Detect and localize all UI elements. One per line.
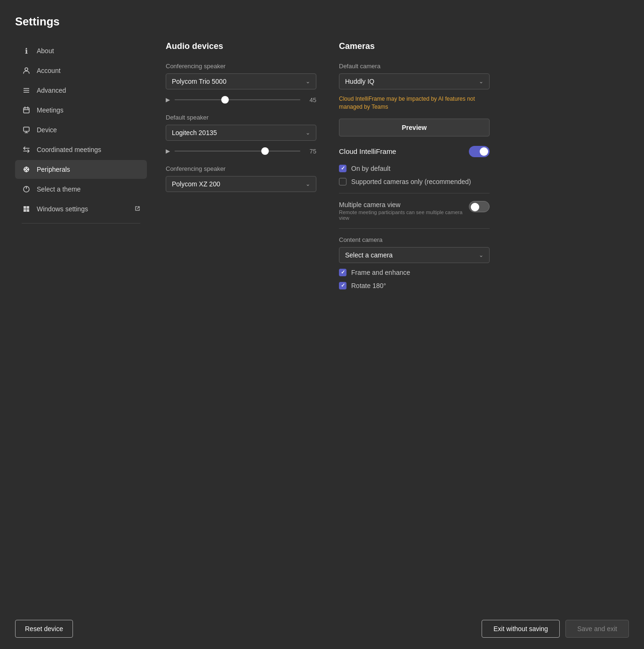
volume-slider-1-row: ▶ 45 bbox=[166, 95, 316, 104]
volume-slider-2-row: ▶ 75 bbox=[166, 146, 316, 156]
svg-rect-19 bbox=[27, 206, 30, 209]
slider-thumb-1[interactable] bbox=[221, 96, 229, 104]
dropdown-arrow-5: ⌄ bbox=[479, 252, 483, 258]
audio-section: Audio devices Conferencing speaker Polyc… bbox=[166, 41, 316, 452]
account-icon bbox=[22, 66, 31, 75]
default-speaker-label: Default speaker bbox=[166, 114, 316, 121]
dropdown-arrow-1: ⌄ bbox=[306, 78, 310, 85]
conferencing-speaker-label: Conferencing speaker bbox=[166, 63, 316, 70]
sidebar-item-coordinated[interactable]: Coordinated meetings bbox=[15, 140, 147, 159]
microphone-label: Conferencing speaker bbox=[166, 165, 316, 172]
app-container: Settings ℹ About Account Advanced bbox=[0, 0, 644, 609]
sidebar: ℹ About Account Advanced Meetings bbox=[15, 41, 147, 452]
slider-track-1 bbox=[175, 99, 300, 100]
slider-track-2 bbox=[175, 151, 300, 152]
select-camera-placeholder: Select a camera bbox=[345, 251, 393, 259]
cameras-section-title: Cameras bbox=[339, 41, 490, 51]
external-link-icon bbox=[135, 206, 140, 213]
frame-enhance-row: ✓ Frame and enhance bbox=[339, 269, 490, 276]
check-icon-3: ✓ bbox=[341, 282, 345, 288]
check-icon-2: ✓ bbox=[341, 269, 345, 275]
volume-value-2: 75 bbox=[305, 148, 316, 155]
content-camera-dropdown[interactable]: Select a camera ⌄ bbox=[339, 247, 490, 263]
page-title: Settings bbox=[15, 15, 629, 28]
slider-thumb-2[interactable] bbox=[261, 147, 269, 155]
dropdown-arrow-2: ⌄ bbox=[306, 129, 310, 136]
intelliframe-toggle-thumb bbox=[480, 147, 488, 156]
microphone-dropdown[interactable]: Polycom XZ 200 ⌄ bbox=[166, 176, 316, 192]
default-speaker-dropdown[interactable]: Logitech 20135 ⌄ bbox=[166, 125, 316, 141]
sidebar-item-theme[interactable]: Select a theme bbox=[15, 180, 147, 199]
multiple-camera-text: Multiple camera view Remote meeting part… bbox=[339, 201, 463, 221]
volume-slider-1[interactable] bbox=[175, 95, 300, 104]
sidebar-item-windows-label: Windows settings bbox=[37, 205, 88, 213]
on-by-default-row: ✓ On by default bbox=[339, 165, 490, 172]
sidebar-item-advanced[interactable]: Advanced bbox=[15, 81, 147, 100]
camera-section: Cameras Default camera Huddly IQ ⌄ Cloud… bbox=[339, 41, 490, 452]
sidebar-item-about[interactable]: ℹ About bbox=[15, 41, 147, 60]
rotate-label: Rotate 180° bbox=[351, 282, 386, 289]
sidebar-divider bbox=[22, 223, 140, 224]
intelliframe-toggle[interactable] bbox=[469, 146, 490, 157]
svg-point-12 bbox=[25, 168, 27, 170]
exit-without-saving-button[interactable]: Exit without saving bbox=[482, 620, 560, 638]
multiple-camera-toggle[interactable] bbox=[469, 201, 490, 212]
frame-enhance-checkbox[interactable]: ✓ bbox=[339, 269, 346, 276]
default-camera-dropdown[interactable]: Huddly IQ ⌄ bbox=[339, 73, 490, 89]
intelliframe-label: Cloud IntelliFrame bbox=[339, 147, 396, 155]
multiple-camera-subtitle: Remote meeting participants can see mult… bbox=[339, 209, 463, 221]
dropdown-arrow-4: ⌄ bbox=[479, 78, 483, 85]
sidebar-item-peripherals[interactable]: Peripherals bbox=[15, 160, 147, 179]
frame-enhance-label: Frame and enhance bbox=[351, 269, 410, 276]
coordinated-icon bbox=[22, 145, 31, 154]
windows-icon bbox=[22, 204, 31, 214]
sidebar-item-device[interactable]: Device bbox=[15, 120, 147, 139]
sidebar-item-advanced-label: Advanced bbox=[37, 87, 66, 94]
volume-slider-2[interactable] bbox=[175, 146, 300, 156]
sidebar-item-meetings[interactable]: Meetings bbox=[15, 101, 147, 120]
device-icon bbox=[22, 125, 31, 135]
volume-value-1: 45 bbox=[305, 96, 316, 104]
sidebar-item-meetings-label: Meetings bbox=[37, 106, 64, 114]
conferencing-speaker-value: Polycom Trio 5000 bbox=[172, 78, 226, 85]
rotate-row: ✓ Rotate 180° bbox=[339, 282, 490, 289]
supported-cameras-label: Supported cameras only (recommended) bbox=[351, 178, 471, 185]
on-by-default-label: On by default bbox=[351, 165, 390, 172]
intelliframe-warning: Cloud IntelliFrame may be impacted by AI… bbox=[339, 95, 490, 111]
sidebar-item-windows[interactable]: Windows settings bbox=[15, 200, 147, 218]
svg-rect-8 bbox=[24, 127, 29, 131]
supported-cameras-row: Supported cameras only (recommended) bbox=[339, 178, 490, 185]
peripherals-icon bbox=[22, 165, 31, 174]
conferencing-speaker-dropdown[interactable]: Polycom Trio 5000 ⌄ bbox=[166, 73, 316, 89]
content-camera-label: Content camera bbox=[339, 236, 490, 243]
slider-fill-2 bbox=[175, 151, 265, 152]
audio-section-title: Audio devices bbox=[166, 41, 316, 51]
microphone-value: Polycom XZ 200 bbox=[172, 180, 220, 188]
theme-icon bbox=[22, 184, 31, 194]
main-content: ℹ About Account Advanced Meetings bbox=[15, 41, 629, 452]
check-icon-1: ✓ bbox=[341, 165, 345, 171]
play-icon-2[interactable]: ▶ bbox=[166, 148, 170, 154]
advanced-icon bbox=[22, 86, 31, 95]
multiple-camera-toggle-thumb bbox=[471, 203, 479, 211]
slider-fill-1 bbox=[175, 99, 225, 100]
supported-cameras-checkbox[interactable] bbox=[339, 178, 346, 185]
default-camera-label: Default camera bbox=[339, 63, 490, 70]
play-icon-1[interactable]: ▶ bbox=[166, 96, 170, 103]
preview-button[interactable]: Preview bbox=[339, 119, 490, 136]
info-icon: ℹ bbox=[22, 46, 31, 56]
svg-point-0 bbox=[25, 68, 28, 71]
content-area: Audio devices Conferencing speaker Polyc… bbox=[147, 41, 629, 452]
sidebar-item-account[interactable]: Account bbox=[15, 61, 147, 80]
save-and-exit-button[interactable]: Save and exit bbox=[565, 620, 629, 638]
on-by-default-checkbox[interactable]: ✓ bbox=[339, 165, 346, 172]
default-speaker-value: Logitech 20135 bbox=[172, 129, 217, 136]
reset-device-button[interactable]: Reset device bbox=[15, 620, 73, 638]
multiple-camera-row: Multiple camera view Remote meeting part… bbox=[339, 201, 490, 221]
svg-rect-18 bbox=[24, 206, 26, 209]
sidebar-item-about-label: About bbox=[37, 47, 54, 55]
meetings-icon bbox=[22, 105, 31, 115]
dropdown-arrow-3: ⌄ bbox=[306, 181, 310, 187]
rotate-checkbox[interactable]: ✓ bbox=[339, 282, 346, 289]
sidebar-item-device-label: Device bbox=[37, 126, 57, 134]
